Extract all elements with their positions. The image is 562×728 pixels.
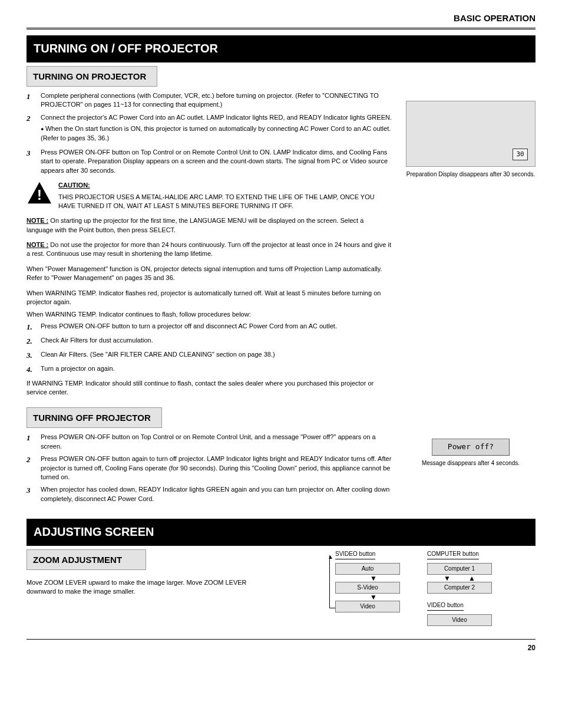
diagram-box: Video bbox=[427, 614, 492, 626]
breadcrumb: BASIC OPERATION bbox=[27, 12, 535, 24]
step-number: 3 bbox=[27, 148, 35, 175]
step-text: Press POWER ON-OFF button to turn a proj… bbox=[41, 322, 337, 332]
subheading-turning-on: TURNING ON PROJECTOR bbox=[27, 66, 157, 87]
video-diagram-title: VIDEO button bbox=[427, 601, 464, 611]
section-bar-screen: ADJUSTING SCREEN bbox=[27, 519, 535, 546]
step-text: When projector has cooled down, READY In… bbox=[41, 485, 392, 503]
section-bar-power: TURNING ON / OFF PROJECTOR bbox=[27, 35, 535, 62]
step-text: Check Air Filters for dust accumulation. bbox=[41, 336, 153, 347]
arrow-down-icon: ▼ bbox=[444, 575, 451, 581]
note-text: Do not use the projector for more than 2… bbox=[27, 241, 391, 257]
svg-text:!: ! bbox=[37, 187, 42, 203]
step-text: Press POWER ON-OFF button again to turn … bbox=[41, 454, 392, 482]
caution-title: CAUTION: bbox=[58, 181, 392, 190]
diagram-box: Auto bbox=[335, 563, 400, 575]
diagram-box: S-Video bbox=[335, 582, 400, 594]
step-text: Press POWER ON-OFF button on Top Control… bbox=[41, 148, 392, 175]
warning-temp-again: When WARNING TEMP. Indicator continues t… bbox=[27, 310, 392, 319]
turning-on-steps: 1 Complete peripheral connections (with … bbox=[27, 91, 392, 175]
warning-temp-steps: 1.Press POWER ON-OFF button to turn a pr… bbox=[27, 322, 392, 375]
note-label: NOTE : bbox=[27, 217, 48, 224]
prep-display-caption: Preparation Display disappears after 30 … bbox=[406, 170, 535, 178]
svideo-diagram-title: SVIDEO button bbox=[335, 550, 375, 559]
step-text: Clean Air Filters. (See "AIR FILTER CARE… bbox=[41, 350, 275, 361]
page-number: 20 bbox=[27, 639, 535, 653]
power-off-dialog: Power off? bbox=[432, 439, 510, 455]
warning-temp-tail: If WARNING TEMP. Indicator should still … bbox=[27, 379, 392, 397]
loop-line bbox=[329, 555, 335, 608]
warning-temp-text: When WARNING TEMP. Indicator flashes red… bbox=[27, 289, 392, 307]
subheading-zoom: ZOOM ADJUSTMENT bbox=[27, 549, 146, 570]
bullet-text: When the On start function is ON, this p… bbox=[41, 124, 392, 143]
power-off-caption: Message disappears after 4 seconds. bbox=[406, 459, 535, 467]
preparation-display: 30 bbox=[406, 101, 535, 167]
step-text: Press POWER ON-OFF button on Top Control… bbox=[41, 433, 392, 451]
note-text: On starting up the projector for the fir… bbox=[27, 217, 363, 233]
step-text: Turn a projector on again. bbox=[41, 364, 115, 375]
diagram-box: Computer 1 bbox=[427, 563, 492, 575]
subheading-turning-off: TURNING OFF PROJECTOR bbox=[27, 407, 162, 428]
warning-icon: ! bbox=[27, 181, 52, 207]
note-label: NOTE : bbox=[27, 241, 48, 248]
turning-off-steps: 1Press POWER ON-OFF button on Top Contro… bbox=[27, 433, 392, 503]
zoom-text: Move ZOOM LEVER upward to make the image… bbox=[27, 578, 274, 597]
power-management-text: When "Power Management" function is ON, … bbox=[27, 265, 392, 283]
step-text: Connect the projector's AC Power Cord in… bbox=[41, 114, 392, 121]
countdown-timer: 30 bbox=[513, 149, 528, 160]
diagram-box: Video bbox=[335, 601, 400, 612]
step-number: 2 bbox=[27, 113, 35, 144]
caution-text: THIS PROJECTOR USES A METAL-HALIDE ARC L… bbox=[58, 193, 392, 211]
arrow-up-icon: ▲ bbox=[468, 575, 475, 581]
arrow-down-icon: ▼ bbox=[335, 594, 412, 600]
step-number: 1 bbox=[27, 91, 35, 110]
computer-diagram-title: COMPUTER button bbox=[427, 550, 479, 559]
arrow-up-icon: ▲ bbox=[328, 553, 333, 561]
diagram-box: Computer 2 bbox=[427, 582, 492, 594]
arrow-down-icon: ▼ bbox=[335, 575, 412, 581]
header-rule bbox=[27, 28, 535, 29]
step-text: Complete peripheral connections (with Co… bbox=[41, 91, 392, 110]
